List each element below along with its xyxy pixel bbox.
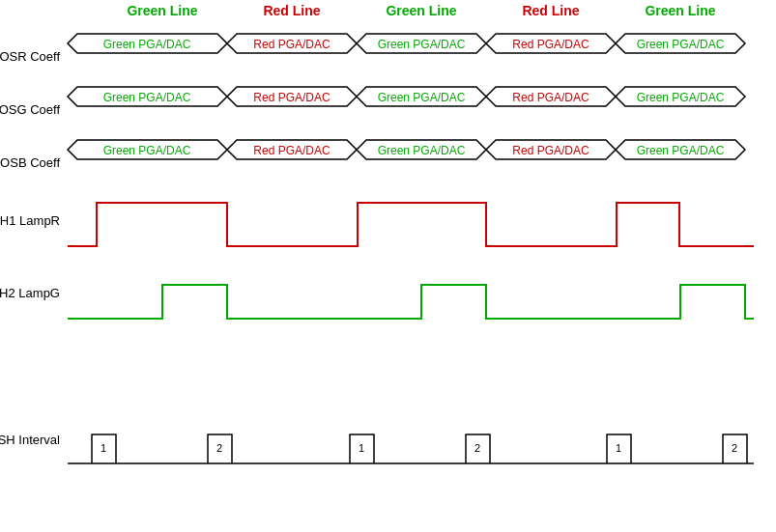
header-red-2: Red Line [522, 3, 579, 18]
sh-interval-label: SH Interval [0, 433, 60, 447]
osr-seg1-label: Green PGA/DAC [103, 38, 191, 51]
sh-interval-num1: 1 [101, 442, 106, 454]
osg-seg4-label: Red PGA/DAC [512, 91, 589, 104]
sh-interval-num6: 2 [732, 442, 737, 454]
sh2-waveform [68, 285, 754, 319]
header-green-3: Green Line [645, 3, 715, 18]
osg-label: OSG Coeff [0, 102, 60, 117]
osg-seg3-label: Green PGA/DAC [378, 91, 466, 104]
sh1-waveform [68, 203, 754, 246]
timing-diagram: Green Line Red Line Green Line Red Line … [0, 0, 776, 532]
osr-seg5-label: Green PGA/DAC [637, 38, 725, 51]
osb-label: OSB Coeff [0, 155, 60, 170]
osr-seg4-label: Red PGA/DAC [512, 38, 589, 51]
header-green-2: Green Line [386, 3, 456, 18]
sh-interval-num3: 1 [359, 442, 364, 454]
osr-seg3-label: Green PGA/DAC [378, 38, 466, 51]
osb-seg2-label: Red PGA/DAC [253, 144, 331, 157]
sh-interval-num5: 1 [616, 442, 621, 454]
sh2-label: SH2 LampG [0, 286, 60, 300]
osb-seg1-label: Green PGA/DAC [103, 144, 191, 157]
header-green-1: Green Line [127, 3, 197, 18]
osb-seg3-label: Green PGA/DAC [378, 144, 466, 157]
osb-seg4-label: Red PGA/DAC [512, 144, 589, 157]
osb-seg5-label: Green PGA/DAC [637, 144, 725, 157]
osg-seg1-label: Green PGA/DAC [103, 91, 191, 104]
sh1-label: SH1 LampR [0, 213, 60, 228]
osr-seg2-label: Red PGA/DAC [253, 38, 331, 51]
osg-seg2-label: Red PGA/DAC [253, 91, 331, 104]
osg-seg5-label: Green PGA/DAC [637, 91, 725, 104]
sh-interval-num2: 2 [216, 442, 222, 454]
header-red-1: Red Line [263, 3, 320, 18]
osr-label: OSR Coeff [0, 49, 60, 64]
sh-interval-num4: 2 [474, 442, 480, 454]
